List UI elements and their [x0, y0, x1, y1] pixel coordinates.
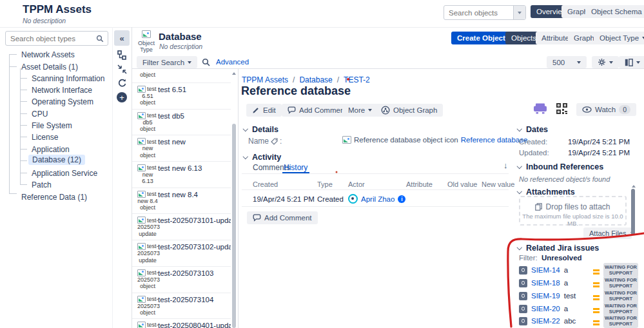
list-settings-button[interactable] [592, 56, 619, 68]
jira-issue-row: SIEM-18 a WAITING FOR SUPPORT [519, 276, 638, 290]
object-type-search[interactable] [5, 31, 108, 46]
dates-section-header[interactable]: Dates [517, 125, 548, 134]
sidebar-item-reference-data[interactable]: Reference Data (1) [21, 192, 87, 202]
issue-type-icon [519, 292, 527, 300]
scrollbar-thumb[interactable] [232, 124, 236, 328]
panel-scrollbar[interactable] [631, 185, 636, 240]
app-header: TPPM Assets No description Overview Grap… [0, 0, 644, 28]
object-type-menu[interactable]: Object Type [594, 32, 644, 44]
updated-label: Updated: [519, 149, 549, 157]
issue-summary: test [564, 292, 589, 300]
activity-section-header[interactable]: Activity [243, 153, 281, 162]
broken-image-alt: test-2025073object [137, 269, 158, 290]
sidebar-item-license[interactable]: License [32, 132, 58, 142]
tag-icon [271, 138, 278, 145]
sidebar-item-network-interface[interactable]: Network Interface [32, 85, 92, 95]
collapse-all-icon[interactable] [117, 64, 127, 74]
qr-code-icon[interactable] [556, 103, 567, 114]
issue-summary: abc [564, 317, 589, 325]
breadcrumb-object-link[interactable]: TEST-2 [344, 75, 370, 84]
search-scope-dropdown[interactable] [513, 6, 525, 19]
sidebar-item-asset-details[interactable]: Asset Details (1) [21, 62, 78, 72]
tree-view-icon[interactable] [117, 50, 127, 60]
edit-label: Edit [263, 106, 276, 114]
print-label-icon[interactable] [533, 103, 547, 114]
list-item[interactable]: testnew 8.4object test new 8.4 [132, 188, 231, 215]
list-item[interactable]: test6.51object test 6.51 [132, 83, 231, 110]
breadcrumb-type-link[interactable]: Database [299, 75, 332, 84]
attachments-section-header[interactable]: Attachments [517, 188, 575, 197]
history-created-cell: 19/Apr/24 5:21 PM [253, 195, 315, 203]
status-badge: WAITING FOR SUPPORT [603, 289, 638, 303]
add-object-type-button[interactable] [117, 92, 127, 102]
object-schema-menu[interactable]: Object Schema [585, 5, 644, 18]
scroll-up-arrow[interactable] [232, 72, 236, 75]
list-item-partial[interactable]: object [132, 69, 231, 83]
scrollbar-thumb[interactable] [631, 189, 635, 235]
list-item[interactable]: test-2025073update test-2025073102-updat… [132, 240, 231, 267]
layout-button[interactable] [619, 56, 644, 68]
jira-issue-row: SIEM-22 abc WAITING FOR SUPPORT [519, 314, 638, 328]
issue-key-link[interactable]: SIEM-20 [531, 305, 560, 313]
list-item[interactable]: testdb5object test db5 [132, 110, 231, 136]
list-item[interactable]: testnew6.13 test new 6.13 [132, 162, 231, 188]
filter-search-button[interactable]: Filter Search [137, 56, 197, 68]
list-item[interactable]: test-2025073update test-2025073101-updat… [132, 214, 231, 240]
sidebar-item-cpu[interactable]: CPU [32, 109, 48, 119]
more-menu-button[interactable]: More [342, 104, 378, 117]
sidebar-item-application[interactable]: Application [32, 144, 70, 155]
tab-history[interactable]: History [284, 163, 307, 172]
add-comment-footer-button[interactable]: Add Comment [247, 211, 318, 224]
object-type-search-input[interactable] [6, 35, 96, 43]
watch-count: 0 [619, 105, 630, 114]
sidebar-item-database[interactable]: Database (12) [28, 155, 85, 165]
sidebar-item-scanning-information[interactable]: Scanning Information [32, 73, 104, 84]
jira-filter-label: Filter: [519, 254, 538, 262]
issue-key-link[interactable]: SIEM-18 [531, 279, 560, 287]
sort-order-icon[interactable] [503, 160, 508, 170]
sidebar-item-network-assets[interactable]: Network Assets [21, 50, 75, 60]
breadcrumb-separator: / [337, 75, 339, 84]
sidebar-item-patch[interactable]: Patch [32, 180, 52, 190]
object-type-icon-alt: Type [135, 46, 157, 53]
list-scrollbar[interactable] [231, 69, 237, 328]
advanced-search-link[interactable]: Advanced [216, 58, 249, 66]
search-icon[interactable] [202, 58, 210, 66]
scroll-up-arrow[interactable] [632, 185, 636, 188]
issue-key-link[interactable]: SIEM-22 [531, 317, 560, 325]
object-type-icon-block: Object Type [135, 30, 157, 53]
actor-link[interactable]: April Zhao [361, 195, 395, 203]
page-size-select[interactable]: 500 [547, 56, 587, 68]
global-search-input[interactable] [444, 9, 513, 17]
object-graph-button[interactable]: Object Graph [375, 104, 443, 117]
list-item[interactable]: test-2025080 test-2025080401-update [132, 319, 231, 328]
inbound-references-header[interactable]: Inbound References [517, 162, 603, 171]
issue-key-link[interactable]: SIEM-19 [531, 292, 560, 300]
sidebar-item-operating-system[interactable]: Operating System [32, 97, 93, 107]
breadcrumb-schema-link[interactable]: TPPM Assets [242, 75, 288, 84]
object-type-menu-label: Object Type [600, 34, 639, 42]
edit-button[interactable]: Edit [246, 104, 282, 117]
watch-button[interactable]: Watch 0 [576, 103, 636, 116]
list-item-alt: object [140, 72, 155, 78]
list-item[interactable]: testnewobject test new [132, 135, 231, 162]
issue-key-link[interactable]: SIEM-14 [531, 266, 560, 274]
list-item[interactable]: test-2025073object test-2025073104 [132, 293, 231, 320]
sidebar-item-file-system[interactable]: File System [32, 121, 72, 131]
priority-medium-icon [593, 282, 600, 284]
broken-image-icon [137, 296, 146, 303]
list-item[interactable]: test-2025073object test-2025073103 [132, 267, 231, 293]
create-object-button[interactable]: Create Object [451, 32, 511, 44]
layout-icon [625, 59, 633, 66]
details-section-header[interactable]: Details [243, 125, 278, 134]
sidebar-item-application-service[interactable]: Application Service [32, 168, 97, 178]
attachment-dropzone[interactable]: Drop files to attach The maximum file up… [519, 196, 627, 226]
refresh-icon[interactable] [117, 79, 127, 88]
tree-connector [20, 184, 27, 185]
info-icon[interactable] [398, 195, 405, 203]
related-jira-section-header[interactable]: Related Jira issues [517, 244, 599, 253]
global-search[interactable] [444, 5, 526, 20]
object-name-link[interactable]: Reference database [461, 136, 528, 144]
attach-files-button[interactable]: Attach Files [583, 227, 632, 239]
collapse-sidebar-button[interactable] [114, 30, 130, 46]
